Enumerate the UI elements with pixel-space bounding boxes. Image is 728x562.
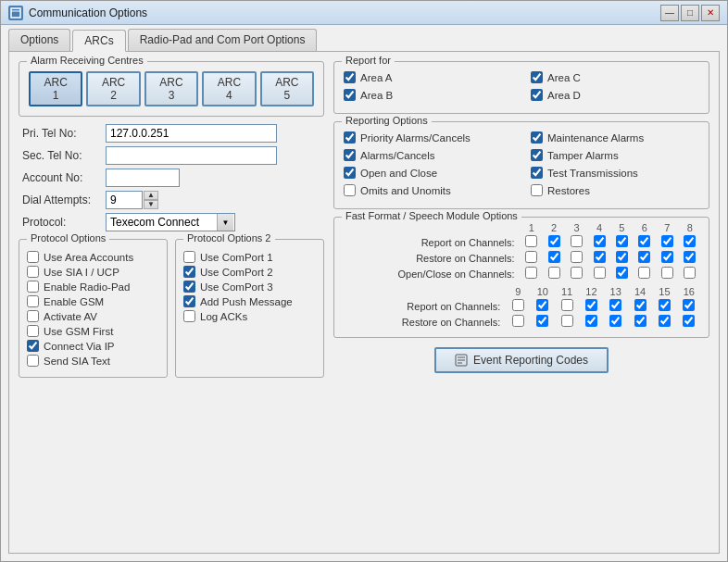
roc1-7[interactable]: [661, 235, 673, 247]
rsoc2-15[interactable]: [659, 315, 671, 327]
minimize-button[interactable]: —: [660, 5, 679, 21]
rsoc1-8[interactable]: [684, 251, 696, 263]
area-b-checkbox[interactable]: [344, 89, 356, 101]
pri-tel-label: Pri. Tel No:: [22, 127, 106, 140]
enable-gsm-checkbox[interactable]: [27, 295, 39, 307]
roc1-5[interactable]: [616, 235, 628, 247]
roc1-6[interactable]: [638, 235, 650, 247]
roc1-8[interactable]: [684, 235, 696, 247]
spinner-up[interactable]: ▲: [144, 191, 158, 200]
connect-via-ip-checkbox[interactable]: [27, 340, 39, 352]
account-input[interactable]: [106, 169, 180, 187]
activate-av-checkbox[interactable]: [27, 310, 39, 322]
form-fields: Pri. Tel No: Sec. Tel No: Account No: Di…: [19, 124, 324, 231]
occ-4[interactable]: [594, 267, 606, 279]
occ-2[interactable]: [548, 267, 560, 279]
alarms-cancels-checkbox[interactable]: [344, 149, 356, 161]
roc2-11[interactable]: [561, 299, 573, 311]
dial-attempts-input[interactable]: [106, 191, 143, 209]
rsoc2-12[interactable]: [585, 315, 597, 327]
enable-radio-pad-checkbox[interactable]: [27, 281, 39, 293]
rsoc1-6[interactable]: [638, 251, 650, 263]
use-comport-1-checkbox[interactable]: [183, 251, 195, 263]
occ-3[interactable]: [571, 267, 583, 279]
rsoc1-2[interactable]: [548, 251, 560, 263]
open-close-channels-label: Open/Close on Channels:: [342, 266, 521, 281]
use-comport-2-checkbox[interactable]: [183, 266, 195, 278]
ch5-header: 5: [610, 221, 633, 234]
roc2-10[interactable]: [536, 299, 548, 311]
priority-alarms-checkbox[interactable]: [344, 131, 356, 144]
pri-tel-input[interactable]: [106, 124, 277, 143]
tab-radio-pad[interactable]: Radio-Pad and Com Port Options: [128, 29, 318, 51]
use-comport-2-label: Use ComPort 2: [200, 267, 273, 278]
roc1-4[interactable]: [594, 235, 606, 247]
report-on-channels-row-2: Report on Channels:: [342, 298, 701, 314]
rsoc2-10[interactable]: [536, 315, 548, 327]
send-sia-text-checkbox[interactable]: [27, 355, 39, 367]
log-acks-checkbox[interactable]: [183, 310, 195, 322]
occ-7[interactable]: [661, 267, 673, 279]
rsoc2-16[interactable]: [683, 315, 695, 327]
rsoc2-13[interactable]: [609, 315, 621, 327]
area-c-checkbox[interactable]: [531, 71, 543, 83]
maintenance-alarms-checkbox[interactable]: [531, 131, 543, 144]
rsoc1-1[interactable]: [525, 251, 537, 263]
tamper-alarms-checkbox[interactable]: [531, 149, 543, 161]
tab-arcs[interactable]: ARCs: [72, 30, 125, 52]
rsoc1-5[interactable]: [616, 251, 628, 263]
arc-2-button[interactable]: ARC 2: [86, 71, 140, 106]
occ-1[interactable]: [525, 267, 537, 279]
protocol-select[interactable]: Texecom Connect SIA Fast Format Speech: [106, 213, 235, 231]
roc2-13[interactable]: [609, 299, 621, 311]
close-button[interactable]: ✕: [701, 5, 720, 21]
roc2-14[interactable]: [634, 299, 646, 311]
roc2-16[interactable]: [683, 299, 695, 311]
rsoc1-4[interactable]: [594, 251, 606, 263]
sec-tel-row: Sec. Tel No:: [22, 146, 320, 165]
roc2-12[interactable]: [585, 299, 597, 311]
ch7-header: 7: [656, 221, 678, 234]
arc-5-button[interactable]: ARC 5: [260, 71, 314, 106]
use-area-accounts-checkbox[interactable]: [27, 251, 39, 263]
account-row: Account No:: [22, 169, 320, 187]
sec-tel-input[interactable]: [106, 146, 277, 165]
occ-6[interactable]: [638, 267, 650, 279]
roc1-3[interactable]: [571, 235, 583, 247]
roc2-15[interactable]: [659, 299, 671, 311]
open-close-checkbox[interactable]: [344, 167, 356, 179]
rsoc1-7[interactable]: [661, 251, 673, 263]
area-d-checkbox[interactable]: [531, 89, 543, 101]
rsoc2-14[interactable]: [634, 315, 646, 327]
arc-4-button[interactable]: ARC 4: [202, 71, 256, 106]
arc-1-button[interactable]: ARC 1: [29, 71, 82, 106]
maximize-button[interactable]: □: [681, 5, 699, 21]
restores-row: Restores: [531, 184, 699, 196]
test-transmissions-checkbox[interactable]: [531, 167, 543, 179]
rsoc1-3[interactable]: [571, 251, 583, 263]
occ-5[interactable]: [616, 267, 628, 279]
area-a-checkbox[interactable]: [344, 71, 356, 83]
roc2-9[interactable]: [512, 299, 524, 311]
rsoc2-9[interactable]: [512, 315, 524, 327]
priority-alarms-label: Priority Alarms/Cancels: [360, 132, 471, 144]
omits-unomits-checkbox[interactable]: [344, 184, 356, 196]
roc1-1[interactable]: [525, 235, 537, 247]
add-push-message-checkbox[interactable]: [183, 295, 195, 307]
occ-8[interactable]: [684, 267, 696, 279]
spinner-down[interactable]: ▼: [144, 200, 158, 209]
restores-checkbox[interactable]: [531, 184, 543, 196]
protocol-options-row: Protocol Options Use Area Accounts Use S…: [19, 239, 324, 378]
rsoc2-11[interactable]: [561, 315, 573, 327]
arc-group: Alarm Receiving Centres ARC 1 ARC 2 ARC …: [19, 61, 324, 117]
roc1-2[interactable]: [548, 235, 560, 247]
ch3-header: 3: [565, 221, 587, 234]
event-reporting-button[interactable]: Event Reporting Codes: [434, 347, 609, 373]
protocol-options-1-title: Protocol Options: [27, 232, 109, 244]
maintenance-alarms-label: Maintenance Alarms: [547, 132, 644, 144]
use-comport-3-checkbox[interactable]: [183, 281, 195, 293]
arc-3-button[interactable]: ARC 3: [144, 71, 198, 106]
tab-options[interactable]: Options: [8, 29, 70, 51]
use-sia-ucp-checkbox[interactable]: [27, 266, 39, 278]
use-gsm-first-checkbox[interactable]: [27, 325, 39, 337]
